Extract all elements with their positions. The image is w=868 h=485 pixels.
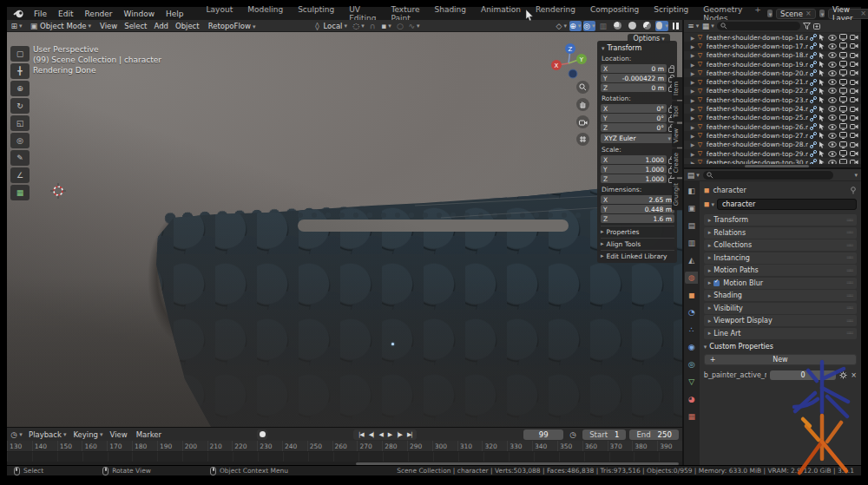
outliner-item[interactable]: ▶ ▽ feather-shoulder-down-top-30.r (684, 158, 861, 164)
outliner-item[interactable]: ▶ ▽ feather-shoulder-down-top-27.r (684, 131, 861, 140)
timeline-scrollbar[interactable] (7, 462, 682, 465)
pan-hand-button[interactable] (576, 98, 589, 111)
selectable-icon[interactable] (819, 79, 825, 86)
view-layer-selector[interactable]: View Layer× (828, 9, 868, 19)
new-collection-icon[interactable] (813, 23, 821, 30)
outliner-item[interactable]: ▶ ▽ feather-shoulder-down-top-20.r (684, 69, 861, 77)
render-disable-icon[interactable] (850, 106, 858, 113)
location-field[interactable]: X0 m (601, 64, 667, 73)
viewport-menu-item[interactable]: View (96, 22, 121, 30)
properties-panel-header[interactable]: Instancing══ (704, 252, 857, 264)
render-icon[interactable]: ▣ (685, 202, 698, 214)
xray-toggle-icon[interactable]: ▥ (597, 21, 609, 31)
render-disable-icon[interactable] (850, 88, 858, 95)
selectable-icon[interactable] (819, 69, 825, 76)
scale-tool[interactable]: ◱ (10, 115, 30, 131)
timeline-menu-item[interactable]: View (107, 430, 133, 439)
gear-icon[interactable] (839, 371, 847, 379)
custom-property-value-field[interactable]: 0 (770, 370, 837, 380)
viewport-disable-icon[interactable] (839, 88, 847, 95)
topbar-menu-item[interactable]: Render (80, 9, 118, 19)
eye-icon[interactable] (828, 97, 837, 103)
properties-panel-header[interactable]: Motion Paths══ (704, 265, 857, 276)
navigation-gizmo[interactable]: Z Y X (549, 41, 589, 81)
location-field[interactable]: Y-0.000422 m (601, 74, 667, 82)
properties-search-input[interactable] (703, 171, 833, 180)
collapsed-panel-header[interactable]: Properties (601, 226, 674, 235)
expand-arrow-icon[interactable]: ▶ (691, 124, 696, 130)
object-icon[interactable]: ◼ (685, 289, 698, 301)
zoom-button[interactable] (576, 81, 589, 94)
shading-wireframe-icon[interactable] (611, 21, 624, 31)
start-frame-field[interactable]: Start1 (582, 429, 626, 440)
filter-icon[interactable] (803, 23, 811, 29)
transport-button[interactable]: ◀| (366, 431, 376, 438)
cursor-tool[interactable]: ╋ (10, 63, 30, 79)
object-data-icon[interactable]: ▽ (685, 376, 698, 388)
custom-properties-panel-header[interactable]: Custom Properties (704, 341, 857, 352)
topbar-menu-item[interactable]: Window (119, 9, 161, 19)
viewport-disable-icon[interactable] (839, 141, 847, 148)
collapsed-panel-header[interactable]: Align Tools (601, 238, 674, 247)
render-disable-icon[interactable] (850, 150, 858, 157)
render-disable-icon[interactable] (850, 132, 858, 139)
transport-button[interactable]: |▶ (395, 431, 404, 438)
options-dropdown[interactable]: Options (628, 34, 669, 43)
properties-panel-header[interactable]: Viewport Display══ (704, 315, 857, 326)
selectable-icon[interactable] (819, 141, 825, 148)
motion-blur-checkbox[interactable] (713, 280, 720, 286)
outliner-search-input[interactable] (717, 22, 800, 30)
viewport-disable-icon[interactable] (839, 61, 847, 68)
eye-icon[interactable] (828, 151, 837, 157)
outliner-item[interactable]: ▶ ▽ feather-shoulder-down-top-18.r (684, 51, 861, 60)
eye-icon[interactable] (828, 88, 837, 94)
viewport-menu-item[interactable]: Select (121, 22, 150, 30)
texture-icon[interactable]: ▦ (685, 410, 698, 423)
blender-logo-icon[interactable] (13, 9, 24, 18)
selectable-icon[interactable] (819, 52, 825, 59)
shading-rendered-icon[interactable] (655, 21, 668, 31)
particles-icon[interactable]: ∴ (685, 324, 698, 336)
pin-icon[interactable] (850, 187, 857, 194)
scene-selector[interactable]: Scene× (776, 9, 816, 19)
rotation-field[interactable]: Z0° (601, 123, 667, 132)
snap-target-icon[interactable]: ▪ (380, 21, 392, 31)
n-panel-tab[interactable]: Create (672, 148, 682, 177)
annotate-tool[interactable]: ✎ (10, 150, 30, 166)
viewport-disable-icon[interactable] (839, 52, 847, 59)
outliner-item[interactable]: ▶ ▽ feather-shoulder-down-top-22.r (684, 87, 861, 95)
expand-arrow-icon[interactable]: ▶ (691, 62, 696, 68)
eye-icon[interactable] (828, 141, 837, 147)
outliner-editor-type-icon[interactable]: ≡ (687, 21, 700, 31)
viewport-disable-icon[interactable] (839, 43, 847, 49)
gizmos-toggle-icon[interactable]: ⊕ (569, 21, 582, 31)
viewport-canvas[interactable]: User Perspective (99) Scene Collection |… (7, 32, 682, 427)
auto-keying-record-button[interactable] (257, 429, 267, 440)
scene-unlink-icon[interactable]: × (806, 10, 812, 17)
eye-icon[interactable] (828, 35, 837, 41)
transform-orientation-dropdown[interactable]: ◊Local (307, 21, 351, 31)
render-disable-icon[interactable] (850, 79, 858, 86)
expand-arrow-icon[interactable]: ▶ (691, 106, 696, 112)
render-disable-icon[interactable] (850, 115, 858, 121)
topbar-menu-item[interactable]: Edit (53, 9, 78, 19)
properties-panel-header[interactable]: Visibility══ (704, 303, 857, 314)
outliner-item[interactable]: ▶ ▽ feather-shoulder-down-top-19.r (684, 60, 861, 69)
view-layer-browse-icon[interactable] (819, 10, 825, 17)
render-disable-icon[interactable] (850, 43, 858, 49)
scale-field[interactable]: Z1.000 (601, 174, 667, 183)
collapsed-panel-header[interactable]: Edit Linked Library (601, 250, 674, 259)
mode-dropdown[interactable]: ▣Object Mode (24, 21, 95, 31)
use-preview-range-icon[interactable]: ◷ (567, 429, 579, 440)
viewport-disable-icon[interactable] (839, 150, 847, 157)
modifiers-icon[interactable]: ◔ (685, 306, 698, 318)
shading-material-icon[interactable] (641, 21, 654, 31)
eye-icon[interactable] (828, 70, 837, 76)
timeline-menu-item[interactable]: Playback▾ (25, 430, 69, 439)
topbar-menu-item[interactable]: Help (161, 9, 189, 19)
transform-tool[interactable]: ◎ (10, 133, 30, 148)
render-disable-icon[interactable] (850, 96, 858, 103)
select-box-tool[interactable]: ▢ (10, 46, 30, 62)
shading-solid-icon[interactable] (626, 21, 639, 31)
selectable-icon[interactable] (819, 43, 825, 49)
